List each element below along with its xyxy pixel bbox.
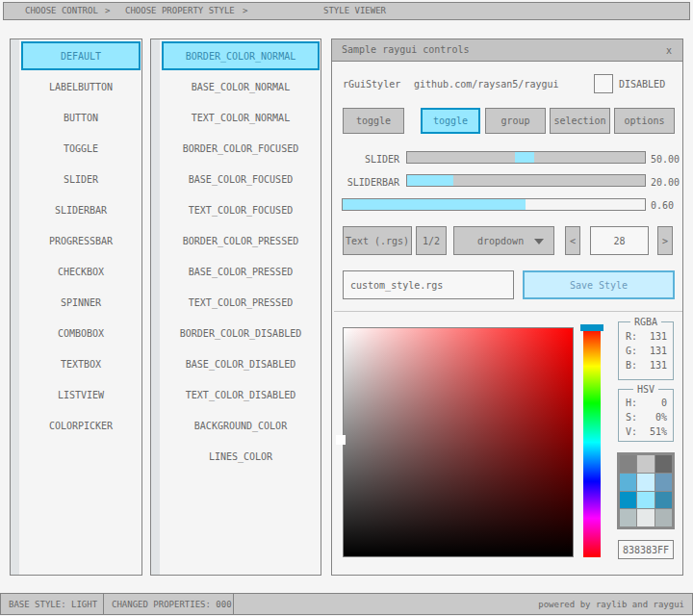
controls-list-scrollbar[interactable] xyxy=(11,39,19,575)
slider-value: 50.00 xyxy=(651,154,680,165)
property-item-lines_color[interactable]: LINES_COLOR xyxy=(162,442,320,471)
control-item-textbox[interactable]: TEXTBOX xyxy=(21,349,141,378)
toggle-group-selection[interactable]: selection xyxy=(550,108,610,134)
save-style-button[interactable]: Save Style xyxy=(523,270,675,299)
hsv-groupbox: HSV H:0S:0%V:51% xyxy=(618,389,674,442)
sliderbar-label: SLIDERBAR xyxy=(347,177,399,188)
hsv-value: 51% xyxy=(650,426,667,437)
github-link[interactable]: github.com/raysan5/raygui xyxy=(414,79,559,90)
control-item-toggle[interactable]: TOGGLE xyxy=(21,134,141,163)
rguistyler-app: CHOOSE CONTROL > CHOOSE PROPERTY STYLE >… xyxy=(0,0,693,616)
control-item-spinner[interactable]: SPINNER xyxy=(21,288,141,317)
control-item-button[interactable]: BUTTON xyxy=(21,103,141,132)
property-item-border_color_disabled[interactable]: BORDER_COLOR_DISABLED xyxy=(162,319,320,347)
statusbar-changed-properties: CHANGED PROPERTIES: 000 xyxy=(103,593,234,615)
hsv-row: H:0 xyxy=(626,398,667,408)
property-item-base_color_focused[interactable]: BASE_COLOR_FOCUSED xyxy=(162,165,320,193)
control-item-sliderbar[interactable]: SLIDERBAR xyxy=(21,195,141,224)
window-titlebar[interactable]: Sample raygui controls x xyxy=(332,39,682,62)
style-color-swatch xyxy=(637,509,654,526)
control-item-listview[interactable]: LISTVIEW xyxy=(21,380,141,409)
slider-label: SLIDER xyxy=(365,154,399,165)
close-icon[interactable]: x xyxy=(661,42,677,58)
style-color-swatch xyxy=(655,492,672,509)
rgba-label: R: xyxy=(626,331,637,342)
dropdown[interactable]: dropdown xyxy=(453,226,554,255)
property-item-base_color_pressed[interactable]: BASE_COLOR_PRESSED xyxy=(162,257,320,286)
chevron-right-icon: > xyxy=(243,6,247,15)
property-item-base_color_disabled[interactable]: BASE_COLOR_DISABLED xyxy=(162,349,320,378)
rgba-row: R:131 xyxy=(626,331,667,342)
hex-color-textbox[interactable]: 838383FF xyxy=(618,540,674,559)
rgba-groupbox: RGBA R:131G:131B:131 xyxy=(618,321,674,380)
property-item-border_color_pressed[interactable]: BORDER_COLOR_PRESSED xyxy=(162,226,320,255)
spinner-increment-button[interactable]: > xyxy=(657,226,673,255)
sliderbar[interactable] xyxy=(406,174,646,187)
style-color-swatch xyxy=(637,492,654,509)
control-item-labelbutton[interactable]: LABELBUTTON xyxy=(21,72,141,101)
control-item-slider[interactable]: SLIDER xyxy=(21,165,141,193)
toggle-group-group[interactable]: group xyxy=(485,108,546,134)
control-item-progressbar[interactable]: PROGRESSBAR xyxy=(21,226,141,255)
rgba-value: 131 xyxy=(650,346,667,356)
style-color-swatch xyxy=(655,455,672,473)
disabled-checkbox-label: DISABLED xyxy=(619,79,665,90)
spinner-decrement-button[interactable]: < xyxy=(565,226,580,255)
chevron-right-icon: > xyxy=(105,6,110,15)
control-item-default[interactable]: DEFAULT xyxy=(21,41,141,70)
property-item-border_color_normal[interactable]: BORDER_COLOR_NORMAL xyxy=(162,41,320,70)
slider[interactable] xyxy=(406,151,646,164)
toggle-group-options[interactable]: options xyxy=(614,108,675,134)
rgba-row: G:131 xyxy=(626,346,667,356)
properties-list-scrollbar[interactable] xyxy=(151,39,160,575)
sliderbar-value: 20.00 xyxy=(651,177,680,188)
rgba-value: 131 xyxy=(650,331,667,342)
controls-list-panel: DEFAULTLABELBUTTONBUTTONTOGGLESLIDERSLID… xyxy=(10,38,142,576)
spinner-value-box[interactable]: 28 xyxy=(590,226,649,255)
window-title: Sample raygui controls xyxy=(342,44,469,55)
control-item-colorpicker[interactable]: COLORPICKER xyxy=(21,411,141,440)
control-item-checkbox[interactable]: CHECKBOX xyxy=(21,257,141,286)
statusbar-base-style: BASE STYLE: LIGHT xyxy=(0,593,104,615)
hsv-row: S:0% xyxy=(626,412,667,423)
property-item-text_color_normal[interactable]: TEXT_COLOR_NORMAL xyxy=(162,103,320,132)
rgba-label: B: xyxy=(626,360,637,371)
style-color-swatch xyxy=(620,492,636,509)
chevron-down-icon xyxy=(534,239,544,244)
breadcrumb-choose-control: CHOOSE CONTROL xyxy=(25,6,98,15)
property-item-border_color_focused[interactable]: BORDER_COLOR_FOCUSED xyxy=(162,134,320,163)
hsv-value: 0% xyxy=(655,412,667,423)
property-item-base_color_normal[interactable]: BASE_COLOR_NORMAL xyxy=(162,72,320,101)
text-rgs-button[interactable]: Text (.rgs) xyxy=(343,226,412,255)
control-item-combobox[interactable]: COMBOBOX xyxy=(21,319,141,347)
color-panel-cursor[interactable] xyxy=(336,435,346,445)
rgba-title: RGBA xyxy=(630,317,661,327)
hsv-label: H: xyxy=(626,398,637,408)
breadcrumb-bar: CHOOSE CONTROL > CHOOSE PROPERTY STYLE >… xyxy=(3,2,690,20)
disabled-checkbox[interactable] xyxy=(594,74,613,93)
property-item-background_color[interactable]: BACKGROUND_COLOR xyxy=(162,411,320,440)
color-panel[interactable] xyxy=(343,327,574,557)
toggle-button[interactable]: toggle xyxy=(343,108,404,134)
property-item-text_color_pressed[interactable]: TEXT_COLOR_PRESSED xyxy=(162,288,320,317)
property-item-text_color_disabled[interactable]: TEXT_COLOR_DISABLED xyxy=(162,380,320,409)
style-color-swatch xyxy=(620,455,636,473)
toggle-group-toggle[interactable]: toggle xyxy=(421,108,480,134)
rgba-value: 131 xyxy=(650,360,667,371)
property-item-text_color_focused[interactable]: TEXT_COLOR_FOCUSED xyxy=(162,195,320,224)
style-color-swatch xyxy=(620,509,636,526)
breadcrumb-style-viewer: STYLE VIEWER xyxy=(323,6,386,15)
sliderbar-fill xyxy=(407,175,453,186)
style-color-swatch xyxy=(655,474,672,491)
half-button[interactable]: 1/2 xyxy=(416,226,447,255)
style-color-swatch xyxy=(637,474,654,491)
properties-list-panel: BORDER_COLOR_NORMALBASE_COLOR_NORMALTEXT… xyxy=(150,38,321,576)
hue-bar[interactable] xyxy=(583,327,601,557)
hsv-label: V: xyxy=(626,426,637,437)
slider-thumb[interactable] xyxy=(515,152,534,163)
hsv-title: HSV xyxy=(633,384,658,395)
hue-bar-handle[interactable] xyxy=(580,324,603,331)
filename-textbox[interactable]: custom_style.rgs xyxy=(343,270,514,299)
statusbar-powered-by: powered by raylib and raygui xyxy=(233,593,693,615)
style-color-swatch xyxy=(655,509,672,526)
